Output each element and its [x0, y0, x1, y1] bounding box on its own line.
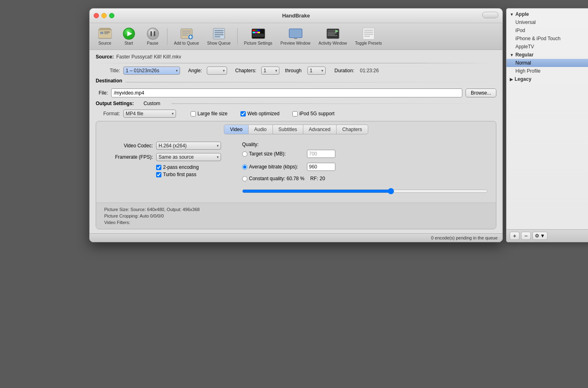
toggle-presets-label: Toggle Presets [355, 41, 382, 45]
svg-rect-17 [213, 28, 225, 39]
preset-iphone-label: iPhone & iPod Touch [515, 36, 560, 41]
toggle-presets-button[interactable]: Toggle Presets [352, 26, 385, 47]
format-select[interactable]: MP4 file [123, 110, 176, 118]
preset-appletv[interactable]: AppleTV [506, 43, 588, 51]
svg-rect-42 [364, 30, 373, 31]
preset-ipod[interactable]: iPod [506, 26, 588, 34]
angle-label: Angle: [188, 68, 202, 73]
tab-subtitles[interactable]: Subtitles [273, 125, 303, 134]
window-pill-button[interactable] [482, 12, 498, 19]
preset-gear-button[interactable]: ⚙ ▼ [532, 232, 547, 240]
quality-main-label: Quality: [242, 142, 270, 147]
pause-icon [146, 27, 160, 40]
svg-rect-30 [253, 34, 264, 37]
quality-header: Quality: [242, 142, 488, 147]
preset-remove-button[interactable]: − [521, 232, 531, 240]
codec-select[interactable]: H.264 (x264) [156, 142, 221, 150]
preset-high-profile[interactable]: High Profile [506, 67, 588, 75]
preset-group-legacy[interactable]: ▶ Legacy [506, 75, 588, 83]
svg-rect-36 [328, 32, 336, 32]
preset-gear-arrow: ▼ [540, 233, 545, 239]
tab-chapters[interactable]: Chapters [337, 125, 368, 134]
regular-triangle: ▼ [510, 53, 514, 57]
preset-group-regular[interactable]: ▼ Regular [506, 51, 588, 59]
svg-rect-45 [364, 36, 370, 37]
tabs-row: Video Audio Subtitles Advanced Chapters [96, 121, 496, 138]
target-size-row: Target size (MB): [242, 150, 488, 158]
constant-quality-radio-group: Constant quality: 60.78 % [242, 176, 307, 181]
presets-panel: ▼ Apple Universal iPod iPhone & iPod Tou… [506, 8, 588, 242]
source-row: Source: Faster Pussycat! Kill! Kill!.mkv [96, 54, 496, 60]
output-settings-section: Output Settings: Custom Format: MP4 file… [96, 101, 496, 118]
codec-row: Video Codec: H.264 (x264) [104, 142, 226, 150]
svg-rect-43 [364, 32, 373, 33]
svg-rect-18 [215, 30, 223, 31]
duration-value: 01:23:26 [360, 68, 379, 73]
constant-quality-radio[interactable] [242, 176, 247, 181]
preset-universal[interactable]: Universal [506, 18, 588, 26]
chapters-start-select[interactable]: 1 [261, 67, 279, 75]
main-window: HandBrake Source [89, 8, 503, 242]
svg-rect-29 [258, 32, 260, 33]
source-button[interactable]: Source [94, 26, 116, 47]
svg-rect-11 [154, 31, 155, 36]
close-button[interactable] [94, 13, 99, 18]
pause-button[interactable]: Pause [142, 26, 164, 47]
framerate-select[interactable]: Same as source [156, 153, 221, 161]
svg-rect-13 [182, 30, 191, 32]
show-queue-label: Show Queue [207, 41, 231, 45]
legacy-triangle: ▶ [510, 77, 513, 82]
tab-audio[interactable]: Audio [249, 125, 273, 134]
preset-iphone[interactable]: iPhone & iPod Touch [506, 34, 588, 43]
framerate-select-wrapper: Same as source [156, 153, 221, 161]
angle-select[interactable] [207, 67, 227, 75]
two-pass-label: 2-pass encoding [163, 164, 199, 170]
avg-bitrate-radio[interactable] [242, 164, 247, 170]
avg-bitrate-input[interactable] [307, 163, 335, 171]
zoom-button[interactable] [109, 13, 114, 18]
turbo-checkbox[interactable] [156, 172, 161, 177]
target-size-label: Target size (MB): [249, 151, 286, 157]
web-optimized-checkbox[interactable] [240, 111, 246, 116]
preset-normal[interactable]: Normal [506, 59, 588, 67]
minimize-button[interactable] [101, 13, 107, 18]
source-icon [98, 27, 112, 40]
preset-add-button[interactable]: + [510, 232, 519, 240]
large-file-checkbox[interactable] [191, 111, 196, 116]
two-pass-checkbox[interactable] [156, 165, 161, 170]
chapters-end-select[interactable]: 1 [307, 67, 326, 75]
format-label: Format: [96, 111, 120, 116]
picture-settings-button[interactable]: Picture Settings [241, 26, 276, 47]
ipod5g-label: iPod 5G support [299, 111, 335, 116]
file-input[interactable] [111, 88, 462, 97]
ipod5g-checkbox[interactable] [292, 111, 298, 116]
traffic-lights [94, 13, 114, 18]
show-queue-button[interactable]: Show Queue [204, 26, 234, 47]
title-select[interactable]: 1 – 01h23m26s [123, 67, 180, 75]
format-select-wrapper: MP4 file [123, 110, 176, 118]
target-size-input[interactable] [307, 150, 335, 158]
angle-select-wrapper [207, 67, 227, 75]
preset-group-apple[interactable]: ▼ Apple [506, 10, 588, 18]
svg-rect-15 [182, 34, 188, 36]
picture-size-info: Picture Size: Source: 640x480, Output: 4… [104, 207, 488, 212]
title-row: Title: 1 – 01h23m26s Angle: Chapters: 1 … [96, 67, 496, 75]
browse-button[interactable]: Browse... [466, 88, 496, 97]
tab-video[interactable]: Video [224, 125, 248, 134]
duration-label: Duration: [335, 68, 354, 73]
target-size-radio[interactable] [242, 151, 247, 157]
start-button[interactable]: Start [118, 26, 140, 47]
video-left: Video Codec: H.264 (x264) Framerate (FPS… [104, 142, 226, 194]
add-to-queue-button[interactable]: Add to Queue [171, 26, 202, 47]
status-bar: 0 encode(s) pending in the queue [90, 233, 502, 242]
output-separator [172, 103, 496, 104]
preset-gear-icon: ⚙ [535, 233, 539, 239]
tab-advanced[interactable]: Advanced [303, 125, 337, 134]
quality-slider[interactable] [242, 188, 488, 194]
activity-window-button[interactable]: Activity Window [315, 26, 350, 47]
preview-window-button[interactable]: Preview Window [277, 26, 314, 47]
avg-bitrate-label: Average bitrate (kbps): [249, 164, 298, 170]
preset-appletv-label: AppleTV [515, 44, 534, 50]
svg-rect-27 [253, 32, 255, 33]
preview-window-label: Preview Window [281, 41, 311, 45]
